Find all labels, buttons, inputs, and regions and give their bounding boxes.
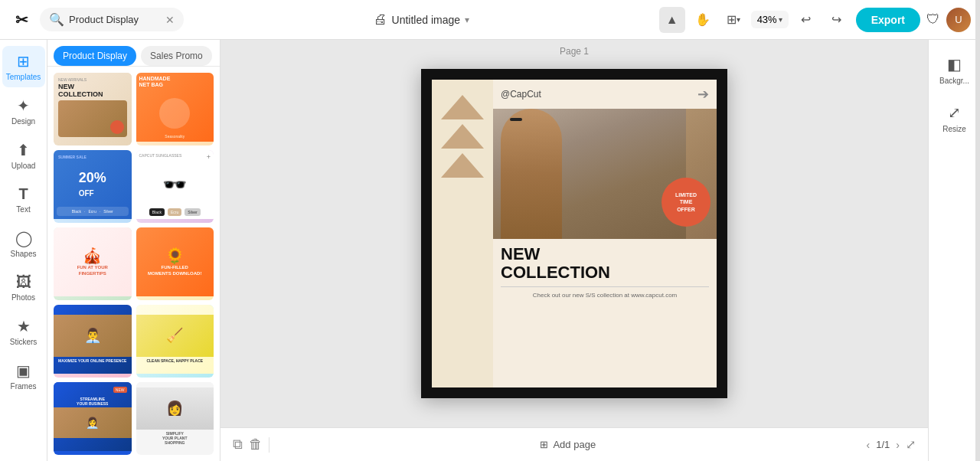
sidebar-item-photos[interactable]: 🖼 Photos (2, 267, 45, 308)
sidebar-item-label: Design (11, 117, 35, 126)
canvas-content: @CapCut ➔ (421, 69, 727, 398)
frames-icon: ▣ (16, 361, 31, 380)
layout-tool-button[interactable]: ⊞ ▾ (720, 7, 746, 33)
search-input[interactable] (69, 14, 161, 25)
sidebar-item-label: Upload (11, 162, 36, 170)
canvas-inner: @CapCut ➔ (432, 80, 717, 387)
duplicate-icon[interactable]: ⧉ (233, 436, 243, 453)
upload-icon: ⬆ (17, 141, 30, 159)
logo-icon: ✂ (15, 11, 28, 29)
bottom-right-actions: ‹ 1/1 › ⤢ (867, 437, 916, 452)
background-label: Backgr... (939, 77, 969, 85)
bottom-center-actions: ⊞ Add page (534, 436, 602, 453)
canvas-photo: LIMITED TIME OFFER (493, 109, 717, 239)
topbar-right: Export 🛡 U (856, 8, 971, 32)
triangle-shape-2 (441, 124, 484, 149)
template-card[interactable]: StreamlineYour Business 👩‍💼 NEW (54, 382, 132, 455)
sidebar-item-label: Text (16, 205, 30, 214)
redo-button[interactable]: ↪ (824, 7, 850, 33)
sidebar-item-stickers[interactable]: ★ Stickers (2, 311, 45, 352)
expand-icon[interactable]: ⤢ (906, 437, 916, 452)
document-title-area: 🖨 Untitled image ▾ (190, 11, 653, 28)
template-card[interactable]: 🧹 Clean Space, Happy Place (136, 305, 214, 378)
delete-icon[interactable]: 🗑 (249, 436, 263, 453)
document-title[interactable]: Untitled image (392, 14, 461, 26)
canvas-area: Page 1 @CapCut ➔ (220, 40, 928, 461)
prev-page-button[interactable]: ‹ (867, 439, 871, 451)
avatar[interactable]: U (946, 8, 971, 32)
right-panel: ◧ Backgr... ⤢ Resize (928, 40, 980, 461)
canvas-body: NEW COLLECTION Check out our new S/S col… (493, 239, 717, 387)
search-bar[interactable]: 🔍 ✕ (40, 8, 184, 31)
document-chevron-icon[interactable]: ▾ (465, 15, 469, 25)
logo[interactable]: ✂ (9, 8, 34, 32)
template-card[interactable]: 🌻 Fun-FilledMoments Download! (136, 227, 214, 300)
zoom-chevron-icon: ▾ (779, 15, 782, 24)
zoom-control[interactable]: 43% ▾ (751, 11, 789, 28)
pointer-tool-button[interactable]: ▲ (659, 7, 685, 33)
zoom-level: 43% (757, 14, 777, 25)
arrow-right-icon: ➔ (697, 86, 709, 103)
canvas-divider (501, 286, 709, 287)
undo-button[interactable]: ↩ (793, 7, 819, 33)
sidebar-item-text[interactable]: T Text (2, 179, 45, 220)
add-page-icon: ⊞ (540, 439, 548, 450)
sidebar-item-frames[interactable]: ▣ Frames (2, 355, 45, 397)
template-card[interactable]: 🎪 Fun at YourFingertips (54, 227, 132, 300)
canvas-header: @CapCut ➔ (493, 80, 717, 109)
page-info: 1/1 (876, 439, 890, 450)
templates-icon: ⊞ (17, 52, 30, 70)
export-button[interactable]: Export (856, 8, 920, 32)
canvas-footer-text: Check out our new S/S collection at www.… (501, 292, 709, 299)
sidebar-item-templates[interactable]: ⊞ Templates (2, 46, 45, 87)
canvas-bottom-bar: ⧉ 🗑 ⊞ Add page ‹ 1/1 › ⤢ (220, 427, 928, 461)
tab-product-display[interactable]: Product Display (54, 46, 136, 66)
capcut-handle-text: @CapCut (501, 89, 541, 100)
triangle-shape-1 (441, 95, 484, 119)
page-label: Page 1 (560, 46, 589, 57)
canvas-left-column (432, 80, 493, 387)
triangle-shape-3 (441, 153, 484, 178)
text-icon: T (18, 185, 28, 203)
shield-icon: 🛡 (926, 11, 940, 28)
resize-panel-item[interactable]: ⤢ Resize (932, 97, 978, 139)
document-icon: 🖨 (374, 11, 387, 28)
template-card[interactable]: CAPCUT SUNGLASSES 🕶️ Black Ecru Silver + (136, 150, 214, 223)
templates-grid: NEW ARRIVALS NEWCOLLECTION HANDMADENET B… (47, 67, 220, 461)
canvas-right-column: @CapCut ➔ (493, 80, 717, 387)
bottom-left-actions: ⧉ 🗑 (233, 436, 270, 453)
canvas-main[interactable]: Page 1 @CapCut ➔ (220, 40, 928, 427)
sidebar-item-design[interactable]: ✦ Design (2, 90, 45, 132)
search-icon: 🔍 (49, 12, 64, 27)
sidebar-item-label: Photos (11, 293, 35, 302)
template-card[interactable]: 👨‍💼 Maximize Your Online Presence (54, 305, 132, 378)
main-layout: ⊞ Templates ✦ Design ⬆ Upload T Text ◯ S… (0, 40, 980, 461)
sidebar-item-shapes[interactable]: ◯ Shapes (2, 223, 45, 264)
bottom-divider (269, 437, 270, 453)
sidebar: ⊞ Templates ✦ Design ⬆ Upload T Text ◯ S… (0, 40, 47, 461)
templates-panel: Product Display Sales Promo NEW ARRIVALS… (47, 40, 220, 461)
toolbar-tools: ▲ ✋ ⊞ ▾ 43% ▾ ↩ ↪ (659, 7, 850, 33)
search-clear-icon[interactable]: ✕ (165, 14, 175, 26)
photos-icon: 🖼 (16, 273, 31, 291)
template-card[interactable]: SUMMER SALE 20%OFF Black · Ecru · Silver (54, 150, 132, 223)
design-canvas[interactable]: @CapCut ➔ (421, 69, 727, 398)
background-panel-item[interactable]: ◧ Backgr... (932, 49, 978, 91)
template-tabs: Product Display Sales Promo (47, 40, 220, 67)
tab-sales-promo[interactable]: Sales Promo (141, 46, 212, 66)
resize-icon: ⤢ (948, 103, 961, 122)
add-page-label: Add page (553, 439, 596, 450)
sidebar-item-label: Frames (11, 382, 37, 391)
sidebar-item-label: Shapes (11, 250, 37, 258)
sidebar-item-upload[interactable]: ⬆ Upload (2, 135, 45, 176)
hand-tool-button[interactable]: ✋ (690, 7, 716, 33)
stickers-icon: ★ (17, 317, 31, 335)
next-page-button[interactable]: › (896, 439, 900, 451)
add-page-button[interactable]: ⊞ Add page (534, 436, 602, 453)
topbar: ✂ 🔍 ✕ 🖨 Untitled image ▾ ▲ ✋ ⊞ ▾ 43% ▾ ↩… (0, 0, 980, 40)
limited-time-offer-badge: LIMITED TIME OFFER (662, 178, 710, 227)
template-card[interactable]: 👩 SimplifyYour PlantShopping (136, 382, 214, 455)
template-card[interactable]: NEW ARRIVALS NEWCOLLECTION (54, 73, 132, 145)
background-icon: ◧ (947, 55, 962, 74)
template-card[interactable]: HANDMADENET BAG Seasonality (136, 73, 214, 145)
